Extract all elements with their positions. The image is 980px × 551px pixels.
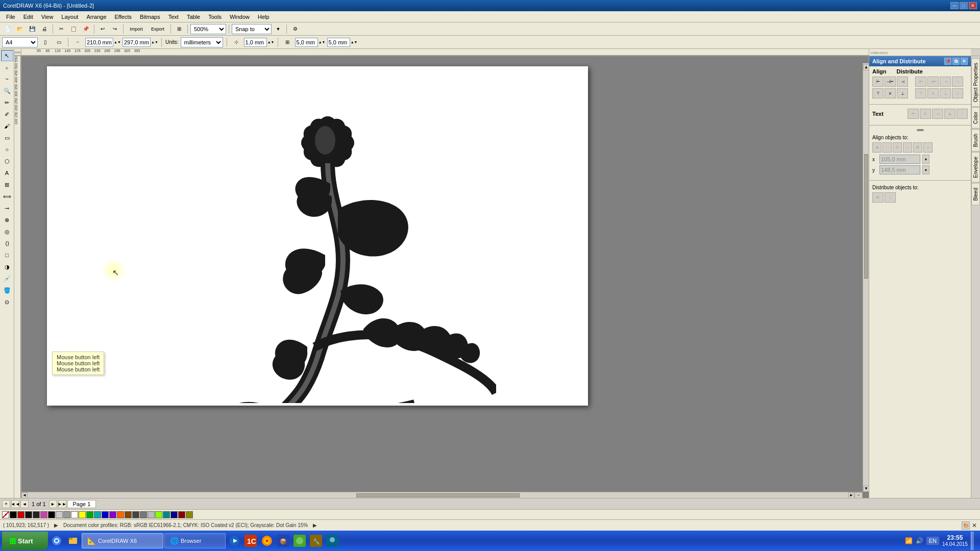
canvas-area[interactable]: ↖ Mouse button left Mouse button left Mo… <box>21 56 869 498</box>
text-tool[interactable]: A <box>1 167 13 179</box>
text-right-btn[interactable]: ⊣ <box>932 109 943 119</box>
menu-tools[interactable]: Tools <box>204 13 226 21</box>
smudge-tool[interactable]: ~ <box>1 73 13 85</box>
align-y-input[interactable] <box>879 165 920 174</box>
select-tool[interactable]: ↖ <box>1 50 13 61</box>
menu-edit[interactable]: Edit <box>19 13 37 21</box>
color-green-swatch[interactable] <box>86 511 93 518</box>
dimension-tool[interactable]: ⟺ <box>1 191 13 202</box>
align-to-edge-btn[interactable]: □ <box>903 142 912 153</box>
align-bottom-btn[interactable]: ⊥ <box>897 88 908 98</box>
color-darkgray-swatch[interactable] <box>132 511 139 518</box>
align-to-page-btn[interactable]: ⬚ <box>883 142 892 153</box>
zoom-out-btn[interactable]: − <box>854 492 863 498</box>
taskbar-btn-browser[interactable]: 🌐 Browser <box>164 533 226 548</box>
connector-tool[interactable]: ⊸ <box>1 203 13 214</box>
prev-page-btn[interactable]: ◄ <box>20 500 29 508</box>
shape-tool[interactable]: ⬦ <box>1 62 13 73</box>
scroll-down-btn[interactable]: ▼ <box>863 486 869 492</box>
color-lightgray-swatch[interactable] <box>56 511 63 518</box>
color-cyan-swatch[interactable] <box>94 511 101 518</box>
taskbar-btn-coreldraw[interactable]: 📐 CorelDRAW X6 <box>82 533 163 548</box>
scroll-pages-left[interactable]: ◄◄ <box>11 500 19 508</box>
taskbar-btn-app5[interactable] <box>259 533 275 548</box>
vertical-scrollbar[interactable]: ▲ ▼ <box>863 63 869 492</box>
distort-tool[interactable]: ⟨⟩ <box>1 238 13 249</box>
menu-layout[interactable]: Layout <box>57 13 82 21</box>
landscape-btn[interactable]: ▭ <box>53 37 64 48</box>
paste-button[interactable]: 📌 <box>80 23 91 35</box>
add-page-btn[interactable]: + <box>2 500 10 508</box>
height-input[interactable] <box>122 38 151 47</box>
save-button[interactable]: 💾 <box>27 23 38 35</box>
page1-tab[interactable]: Page 1 <box>67 500 96 508</box>
color-red-swatch[interactable] <box>17 511 24 518</box>
eyedropper-tool[interactable]: 💉 <box>1 273 13 284</box>
page-size-select[interactable]: A4 A3 Letter <box>2 37 38 47</box>
rectangle-tool[interactable]: ▭ <box>1 132 13 143</box>
color-black3-swatch[interactable] <box>48 511 55 518</box>
align-y-spin[interactable]: ▼ <box>922 165 929 174</box>
color-black-swatch[interactable] <box>10 511 17 518</box>
show-desktop-btn[interactable] <box>971 532 974 550</box>
nudge-xy-spin[interactable]: ▲▼ <box>319 37 325 48</box>
quick-launch-chrome[interactable] <box>49 533 64 548</box>
align-center-h-btn[interactable]: ⊣⊢ <box>885 77 896 87</box>
polygon-tool[interactable]: ⬡ <box>1 156 13 167</box>
tray-keyboard[interactable]: EN <box>926 537 939 545</box>
distribute-left-btn[interactable]: ⊢ <box>915 77 926 87</box>
taskbar-btn-app6[interactable]: 📦 <box>276 533 291 548</box>
menu-view[interactable]: View <box>37 13 58 21</box>
drawing-canvas[interactable]: ↖ Mouse button left Mouse button left Mo… <box>47 66 588 406</box>
taskbar-btn-media[interactable] <box>227 533 242 548</box>
color-purple-swatch[interactable] <box>109 511 116 518</box>
dist-to-selection-btn[interactable]: ⊞ <box>872 192 884 203</box>
width-input[interactable] <box>85 38 113 47</box>
scroll-up-btn[interactable]: ▲ <box>863 64 869 70</box>
color-yellow-swatch[interactable] <box>79 511 86 518</box>
new-button[interactable]: 📄 <box>2 23 13 35</box>
clock-display[interactable]: 23:55 14.04.2015 <box>942 534 968 547</box>
no-fill-swatch[interactable]: ✕ <box>2 511 9 518</box>
tray-volume[interactable]: 🔊 <box>916 537 923 544</box>
align-to-grid-btn[interactable]: ⊞ <box>913 142 922 153</box>
color-blue-swatch[interactable] <box>102 511 109 518</box>
color-silver-swatch[interactable] <box>148 511 155 518</box>
color-midgray-swatch[interactable] <box>140 511 147 518</box>
envelope-tab[interactable]: Envelope <box>971 152 980 183</box>
text-center-btn[interactable]: ≡ <box>920 109 931 119</box>
print-button[interactable]: 🖨 <box>39 23 50 35</box>
text-left-btn[interactable]: ⊢ <box>908 109 919 119</box>
distribute-spacing-v-btn[interactable]: ↕ <box>952 88 963 98</box>
distribute-top-btn[interactable]: ⊤ <box>915 88 926 98</box>
maximize-button[interactable]: □ <box>960 2 968 9</box>
panel-pin-btn[interactable]: 📌 <box>944 58 951 65</box>
horizontal-scrollbar[interactable]: ◄ ► − <box>21 492 863 498</box>
color-black2-swatch[interactable] <box>33 511 40 518</box>
nudge-y-input[interactable] <box>327 38 350 47</box>
close-button[interactable]: ✕ <box>969 2 977 9</box>
distribute-right-btn[interactable]: ⊣ <box>940 77 951 87</box>
snap-to-select[interactable]: Snap to Grid Guidelines <box>232 24 272 34</box>
menu-window[interactable]: Window <box>226 13 254 21</box>
color-darkblack-swatch[interactable] <box>25 511 32 518</box>
align-to-specified-btn[interactable]: + <box>923 142 933 153</box>
table-tool[interactable]: ⊞ <box>1 179 13 190</box>
color-gray-swatch[interactable] <box>63 511 70 518</box>
open-button[interactable]: 📂 <box>14 23 26 35</box>
taskbar-btn-1c[interactable]: 1C <box>243 533 258 548</box>
snap-btn[interactable]: ▼ <box>273 23 284 35</box>
import-button[interactable]: Import <box>126 23 146 35</box>
options-button[interactable]: ⚙ <box>289 23 301 35</box>
app-launcher-button[interactable]: ⊞ <box>174 23 185 35</box>
menu-bitmaps[interactable]: Bitmaps <box>136 13 164 21</box>
menu-help[interactable]: Help <box>254 13 274 21</box>
align-x-input[interactable] <box>879 155 920 164</box>
taskbar-btn-app9[interactable] <box>325 533 340 548</box>
nudge-x-input[interactable] <box>244 38 267 47</box>
nudge-y-spin[interactable]: ▲▼ <box>351 37 357 48</box>
bleed-tab[interactable]: Bleed <box>971 183 980 206</box>
align-left-btn[interactable]: ⊢ <box>872 77 884 87</box>
taskbar-btn-app8[interactable]: 🔧 <box>308 533 324 548</box>
cut-button[interactable]: ✂ <box>56 23 67 35</box>
